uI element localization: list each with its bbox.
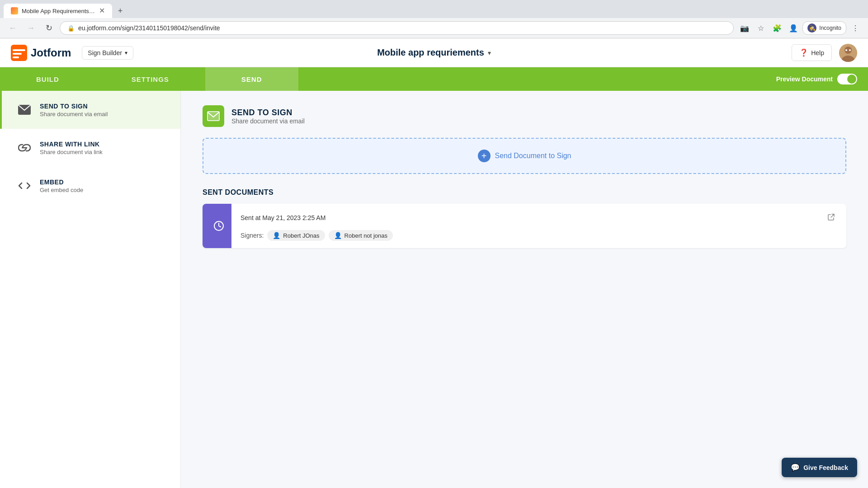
document-title-area: Mobile app requriements ▾ [377, 47, 491, 58]
signer-name-2: Robert not jonas [344, 232, 387, 239]
code-icon [16, 178, 33, 194]
give-feedback-button[interactable]: 💬 Give Feedback [782, 458, 857, 477]
sent-doc-date: Sent at May 21, 2023 2:25 AM [241, 214, 826, 221]
sidebar: SEND TO SIGN Share document via email SH… [0, 91, 181, 488]
svg-point-7 [845, 49, 847, 51]
address-bar[interactable]: 🔒 eu.jotform.com/sign/231401150198042/se… [60, 21, 734, 35]
app-header: Jotform Sign Builder ▾ Mobile app requri… [0, 38, 868, 67]
logo-text: Jotform [31, 47, 71, 59]
send-document-button[interactable]: + Send Document to Sign [203, 138, 846, 174]
signer-badge-2: 👤 Robert not jonas [329, 230, 393, 241]
tab-build[interactable]: BUILD [0, 67, 95, 91]
user-avatar[interactable] [839, 44, 857, 62]
sidebar-item-send-to-sign[interactable]: SEND TO SIGN Share document via email [0, 91, 180, 129]
feedback-label: Give Feedback [803, 464, 848, 471]
browser-toolbar: ← → ↻ 🔒 eu.jotform.com/sign/231401150198… [0, 18, 868, 38]
url-text: eu.jotform.com/sign/231401150198042/send… [78, 24, 220, 32]
svg-rect-11 [207, 111, 220, 121]
sidebar-item-share-with-link[interactable]: SHARE WITH LINK Share document via link [0, 129, 180, 167]
document-title-chevron-icon[interactable]: ▾ [488, 49, 491, 56]
embed-title: EMBED [40, 178, 166, 186]
incognito-avatar: 🕵 [807, 23, 816, 33]
signers-label: Signers: [241, 232, 264, 239]
send-to-sign-header: SEND TO SIGN Share document via email [203, 105, 846, 127]
svg-point-8 [849, 49, 851, 51]
sent-doc-info: Sent at May 21, 2023 2:25 AM [241, 214, 826, 221]
tab-favicon [11, 7, 18, 14]
jotform-logo-icon [11, 45, 27, 61]
tab-settings[interactable]: SETTINGS [95, 67, 205, 91]
forward-button[interactable]: → [24, 21, 38, 35]
extensions-icon[interactable]: 🧩 [770, 21, 784, 35]
document-title-text: Mobile app requriements [377, 47, 484, 58]
send-to-sign-info: SEND TO SIGN Share document via email [40, 103, 166, 117]
browser-tab-bar: Mobile App Requirements - Cop ✕ + [0, 0, 868, 18]
camera-off-icon[interactable]: 📷 [737, 21, 752, 35]
embed-info: EMBED Get embed code [40, 178, 166, 193]
send-header-title-text: SEND TO SIGN [231, 108, 305, 117]
email-icon [16, 102, 33, 118]
sent-doc-inner: Sent at May 21, 2023 2:25 AM [241, 211, 837, 225]
sent-document-card: Sent at May 21, 2023 2:25 AM [203, 204, 846, 248]
sign-builder-label: Sign Builder [88, 49, 122, 56]
bookmark-icon[interactable]: ☆ [754, 21, 768, 35]
sidebar-item-embed[interactable]: EMBED Get embed code [0, 167, 180, 205]
svg-rect-1 [13, 49, 25, 51]
send-to-sign-title: SEND TO SIGN [40, 103, 166, 110]
preview-toggle[interactable] [837, 74, 857, 84]
preview-document-area: Preview Document [776, 74, 857, 84]
chevron-down-icon: ▾ [125, 50, 127, 56]
sign-builder-button[interactable]: Sign Builder ▾ [82, 46, 133, 60]
toggle-knob [847, 75, 856, 84]
link-icon [16, 140, 33, 156]
plus-icon: + [478, 150, 491, 162]
send-header-info: SEND TO SIGN Share document via email [231, 108, 305, 125]
preview-document-label: Preview Document [776, 75, 833, 83]
incognito-label: Incognito [819, 25, 841, 31]
sent-doc-card-body: Sent at May 21, 2023 2:25 AM [231, 204, 846, 248]
clock-icon [213, 221, 224, 231]
help-label: Help [811, 49, 824, 56]
tab-close-button[interactable]: ✕ [99, 7, 105, 14]
incognito-badge[interactable]: 🕵 Incognito [802, 21, 846, 35]
logo-area: Jotform [11, 45, 71, 61]
send-to-sign-desc: Share document via email [40, 111, 166, 117]
send-header-subtitle-text: Share document via email [231, 117, 305, 125]
embed-desc: Get embed code [40, 187, 166, 193]
card-status-panel [206, 204, 231, 248]
feedback-icon: 💬 [791, 463, 800, 472]
back-button[interactable]: ← [5, 21, 20, 35]
avatar-image [839, 44, 857, 62]
sent-documents-title: SENT DOCUMENTS [203, 188, 846, 197]
main-content: SEND TO SIGN Share document via email SH… [0, 91, 868, 488]
share-with-link-desc: Share document via link [40, 149, 166, 155]
help-circle-icon: ❓ [799, 48, 808, 57]
content-area: SEND TO SIGN Share document via email + … [181, 91, 868, 488]
browser-toolbar-right: 📷 ☆ 🧩 👤 🕵 Incognito ⋮ [737, 21, 863, 35]
send-document-label: Send Document to Sign [495, 152, 571, 160]
browser-tab-active[interactable]: Mobile App Requirements - Cop ✕ [4, 4, 112, 18]
share-with-link-info: SHARE WITH LINK Share document via link [40, 141, 166, 155]
header-right: ❓ Help [792, 44, 857, 62]
tab-title: Mobile App Requirements - Cop [22, 8, 95, 14]
more-options-button[interactable]: ⋮ [848, 21, 863, 35]
external-link-button[interactable] [826, 211, 837, 225]
user-icon-2: 👤 [334, 232, 342, 239]
new-tab-button[interactable]: + [114, 5, 127, 17]
send-header-email-icon [203, 105, 224, 127]
share-with-link-title: SHARE WITH LINK [40, 141, 166, 148]
signer-badge-1: 👤 Robert JOnas [267, 230, 325, 241]
browser-chrome: Mobile App Requirements - Cop ✕ + ← → ↻ … [0, 0, 868, 38]
nav-bar: BUILD SETTINGS SEND Preview Document [0, 67, 868, 91]
profile-icon[interactable]: 👤 [786, 21, 801, 35]
lock-icon: 🔒 [67, 25, 75, 32]
sent-doc-signers-area: Signers: 👤 Robert JOnas 👤 Robert not jon… [241, 230, 837, 241]
refresh-button[interactable]: ↻ [42, 21, 56, 35]
card-accent-bar [203, 204, 206, 248]
tab-send[interactable]: SEND [205, 67, 298, 91]
svg-rect-3 [13, 56, 19, 58]
svg-rect-2 [13, 53, 22, 55]
signer-name-1: Robert JOnas [283, 232, 319, 239]
help-button[interactable]: ❓ Help [792, 44, 832, 61]
user-icon-1: 👤 [273, 232, 280, 239]
